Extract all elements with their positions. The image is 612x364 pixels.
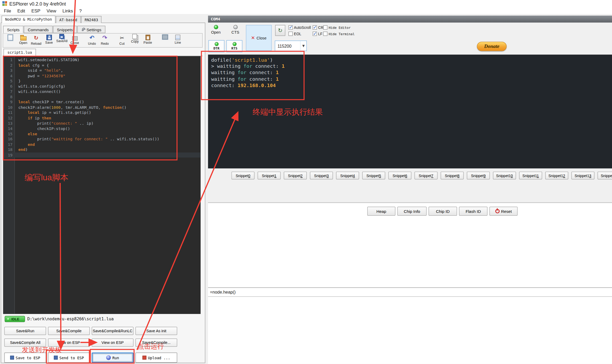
snippet-button-snippet14[interactable]: Snippet14 xyxy=(597,172,612,179)
cut-button[interactable]: ✂Cut xyxy=(116,34,128,46)
dtr-led-icon xyxy=(215,42,219,46)
line-number: 13 xyxy=(3,121,15,126)
save-compile-runlc-button[interactable]: Save&Compile&RunLC xyxy=(92,327,134,335)
code-text: wifi.sta.config(cfg) xyxy=(15,84,65,89)
subtab-settings[interactable]: Settings xyxy=(77,26,105,33)
checkbox-label: CR xyxy=(318,25,323,30)
tab-at-based[interactable]: AT-based xyxy=(56,16,81,23)
button-label: Save As init xyxy=(146,329,166,333)
file-tab-script1[interactable]: script1.lua xyxy=(3,49,36,56)
paste-button[interactable]: Paste xyxy=(141,34,154,44)
button-label: Save&Compile All xyxy=(10,340,41,345)
save-as-init-button[interactable]: Save As init xyxy=(135,327,177,335)
code-token: wifi.setmode(wifi.STATION) xyxy=(18,58,79,62)
snippet-button-snippet6[interactable]: Snippet6 xyxy=(388,172,411,179)
code-token: local xyxy=(18,63,30,67)
upload-button[interactable]: Upload ... xyxy=(135,353,177,363)
reload-button[interactable]: ↻Reload xyxy=(30,34,43,46)
redo-button[interactable]: ↷Redo xyxy=(98,34,111,46)
cr-checkbox[interactable]: CR xyxy=(313,25,323,30)
tab-rn2483[interactable]: RN2483 xyxy=(81,16,101,23)
block-button[interactable] xyxy=(158,34,171,40)
close-port-button[interactable]: ✕ Close xyxy=(246,25,272,51)
snippet-button-snippet1[interactable]: Snippet1 xyxy=(258,172,281,179)
snippet-button-snippet2[interactable]: Snippet2 xyxy=(284,172,307,179)
snippet-button-snippet12[interactable]: Snippet12 xyxy=(545,172,568,179)
baud-rate-select[interactable]: 115200 ▼ xyxy=(275,41,307,51)
hide-terminal-checkbox[interactable]: Hide Terminal xyxy=(323,32,355,36)
snippet-button-snippet5[interactable]: Snippet5 xyxy=(362,172,385,179)
undo-button[interactable]: ↶Undo xyxy=(86,34,99,46)
terminal-token: > waitting xyxy=(211,63,243,69)
snippet-button-snippet11[interactable]: Snippet11 xyxy=(519,172,542,179)
subtab-scripts[interactable]: Scripts xyxy=(3,26,24,33)
status-badge: IDLE xyxy=(5,316,25,322)
eol-checkbox[interactable]: EOL xyxy=(289,32,301,36)
wrench-icon xyxy=(81,28,85,32)
open-port-button[interactable]: Open xyxy=(209,25,223,34)
line-button[interactable]: Line xyxy=(171,34,184,44)
lf-checkbox[interactable]: LF xyxy=(313,32,322,36)
subtab-commands[interactable]: Commands xyxy=(24,26,53,33)
open-folder-button[interactable]: Open xyxy=(17,34,30,45)
snippet-button-snippet7[interactable]: Snippet7 xyxy=(415,172,438,179)
window-title: ESPlorer v0.2.0 by 4refr0nt xyxy=(9,1,66,7)
chip-info-button[interactable]: Chip Info xyxy=(397,207,427,216)
menu-item-view[interactable]: View xyxy=(43,8,59,13)
menu-item-links[interactable]: Links xyxy=(59,8,76,13)
copy-button[interactable]: Copy xyxy=(128,34,141,43)
terminal-token: waitting xyxy=(211,76,238,82)
snippet-button-snippet3[interactable]: Snippet3 xyxy=(310,172,333,179)
run-button[interactable]: Run xyxy=(92,353,134,363)
snippet-button-snippet10[interactable]: Snippet10 xyxy=(493,172,516,179)
save-run-button[interactable]: Save&Run xyxy=(4,327,46,335)
heap-button[interactable]: Heap xyxy=(367,207,395,216)
code-token: , tmr.ALARM_AUTO, xyxy=(61,105,103,110)
new-file-button[interactable] xyxy=(4,34,17,41)
code-token: } xyxy=(18,79,21,83)
terminal-output: dofile('script1.lua')> waitting for conn… xyxy=(211,57,612,88)
save-compile-button[interactable]: Save&Compile xyxy=(48,327,90,335)
close-file-button[interactable]: Close xyxy=(68,34,81,45)
undo-icon: ↶ xyxy=(88,35,95,41)
snippet-button-snippet13[interactable]: Snippet13 xyxy=(571,172,595,179)
app-icon xyxy=(2,1,7,6)
menu-item-edit[interactable]: Edit xyxy=(14,8,28,13)
view-on-esp-button[interactable]: View on ESP xyxy=(92,339,134,347)
send-command-input[interactable]: =node.heap() xyxy=(208,287,612,297)
rts-led-icon xyxy=(232,42,236,46)
hide-editor-checkbox[interactable]: Hide Editor xyxy=(323,25,351,30)
tab-nodemcu-micropython[interactable]: NodeMCU & MicroPython xyxy=(2,16,55,23)
menu-item-blank[interactable]: ? xyxy=(76,8,85,13)
snippet-button-snippet4[interactable]: Snippet4 xyxy=(336,172,359,179)
rts-toggle[interactable]: RTS xyxy=(226,40,242,52)
dtr-toggle[interactable]: DTR xyxy=(209,40,224,52)
snippet-button-snippet8[interactable]: Snippet8 xyxy=(441,172,464,179)
checkbox-label: EOL xyxy=(294,32,301,36)
code-token: ip = wifi.sta.getip() xyxy=(39,111,91,115)
code-token: print( xyxy=(18,137,51,141)
line-number: 17 xyxy=(3,142,15,147)
snippet-button-snippet0[interactable]: Snippet0 xyxy=(232,172,255,179)
terminal-token: connect: xyxy=(252,63,282,69)
subtab-snippets[interactable]: Snippets xyxy=(53,26,77,33)
cts-led-icon xyxy=(233,25,237,29)
refresh-ports-button[interactable]: ↻ xyxy=(275,25,285,36)
checkbox-label: LF xyxy=(318,32,322,36)
snippet-button-snippet9[interactable]: Snippet9 xyxy=(467,172,490,179)
chip-id-button[interactable]: Chip ID xyxy=(429,207,457,216)
menu-item-file[interactable]: File xyxy=(1,8,14,13)
main-tab-bar: NodeMCU & MicroPythonAT-basedRN2483 xyxy=(2,16,102,23)
reset-button[interactable]: Reset xyxy=(489,207,517,216)
autoscroll-checkbox[interactable]: AutoScroll xyxy=(289,25,311,30)
donate-button[interactable]: Donate xyxy=(477,42,507,51)
new-file-icon xyxy=(8,35,13,41)
save-all-button[interactable]: SaveAll xyxy=(55,34,68,43)
menu-item-esp[interactable]: ESP xyxy=(28,8,43,13)
terminal-token: for xyxy=(238,70,246,75)
code-editor[interactable]: 1wifi.setmode(wifi.STATION)2local cfg = … xyxy=(3,56,201,314)
reload-icon: ↻ xyxy=(33,35,39,41)
save-button[interactable]: Save xyxy=(43,34,56,44)
code-text: pwd = "12345678" xyxy=(15,73,65,78)
flash-id-button[interactable]: Flash ID xyxy=(459,207,487,216)
